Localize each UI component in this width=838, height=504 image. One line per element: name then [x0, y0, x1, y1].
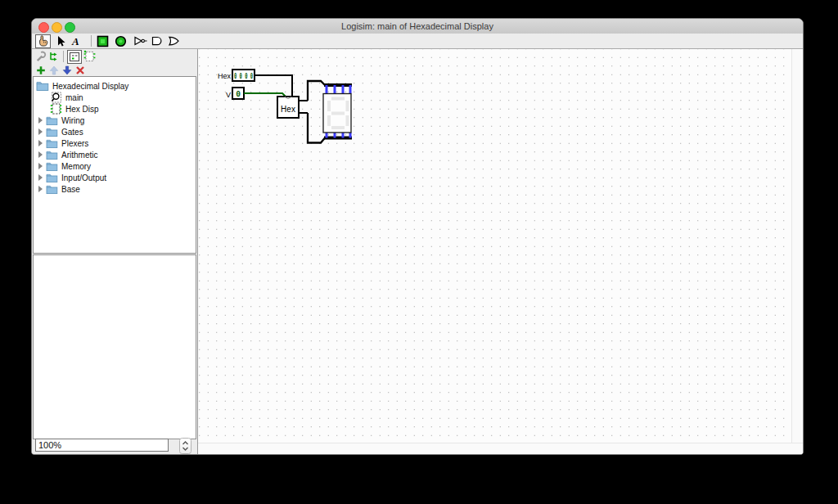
- titlebar[interactable]: Logisim: main of Hexadecimal Display: [32, 19, 803, 34]
- or-gate-tool-button[interactable]: [167, 34, 181, 48]
- desktop: { "window": { "title": "Logisim: main of…: [0, 0, 838, 504]
- tree-item-input-output[interactable]: Input/Output: [34, 172, 196, 183]
- tree-item-main[interactable]: main: [34, 92, 196, 103]
- folder-icon: [46, 115, 58, 126]
- logisim-window: Logisim: main of Hexadecimal Display A: [31, 18, 804, 455]
- edit-layout-button[interactable]: [67, 50, 82, 64]
- view-simulation-tree-button[interactable]: [47, 50, 60, 64]
- text-tool-icon: A: [71, 34, 83, 47]
- left-panel: Hexadecimal Display main Hex Disp: [32, 49, 198, 454]
- poke-tool-button[interactable]: [35, 34, 51, 48]
- v-pin-value[interactable]: 0: [236, 89, 241, 98]
- hex-pin-label: Hex: [218, 72, 232, 80]
- expander-icon[interactable]: [38, 140, 43, 146]
- splitter-bottom-trunk[interactable]: [308, 113, 325, 143]
- expander-icon[interactable]: [38, 163, 43, 169]
- expander-icon[interactable]: [38, 186, 43, 192]
- wrench-icon: [34, 50, 47, 63]
- simulation-tree-icon: [48, 50, 60, 63]
- tree-item-wiring[interactable]: Wiring: [34, 115, 196, 126]
- tree-item-label: Plexers: [61, 139, 88, 148]
- v-pin-label: V: [226, 91, 231, 99]
- expander-icon[interactable]: [38, 128, 43, 135]
- hex-pin-value[interactable]: 0 0 0 0: [234, 72, 253, 80]
- remove-circuit-button[interactable]: [75, 63, 85, 77]
- tree-item-label: Input/Output: [61, 173, 106, 182]
- tree-item-project[interactable]: Hexadecimal Display: [34, 80, 196, 92]
- expander-icon[interactable]: [38, 117, 43, 124]
- main-toolbar: A: [32, 34, 803, 49]
- tree-item-label: main: [65, 93, 83, 102]
- select-tool-button[interactable]: [54, 34, 67, 48]
- project-toolbar: [32, 49, 197, 64]
- segment-c: [346, 115, 349, 126]
- vertical-scrollbar[interactable]: [791, 49, 803, 444]
- zoom-control: [32, 437, 197, 454]
- folder-icon: [46, 184, 58, 195]
- tree-item-label: Gates: [61, 128, 83, 137]
- tree-item-base[interactable]: Base: [34, 183, 196, 195]
- folder-icon: [36, 80, 49, 92]
- seven-segment-display[interactable]: [323, 94, 351, 133]
- tree-item-gates[interactable]: Gates: [34, 126, 196, 137]
- tree-item-label: Wiring: [61, 116, 84, 125]
- output-pin-tool-button[interactable]: [114, 34, 127, 48]
- zoom-input[interactable]: [35, 439, 169, 452]
- folder-icon: [46, 173, 58, 183]
- input-pin-icon: [97, 35, 109, 47]
- stepper-chevrons-icon: [180, 439, 191, 453]
- edit-appearance-button[interactable]: [83, 50, 96, 64]
- tree-item-label: Arithmetic: [61, 151, 97, 160]
- segment-d: [331, 126, 345, 129]
- folder-icon: [46, 138, 58, 149]
- subcircuit-label: Hex: [281, 105, 295, 114]
- poke-hand-icon: [37, 34, 50, 47]
- explorer-tree: Hexadecimal Display main Hex Disp: [33, 76, 196, 254]
- attribute-table[interactable]: [33, 254, 196, 439]
- segment-e: [327, 115, 331, 126]
- text-tool-button[interactable]: A: [71, 34, 83, 48]
- magnifier-circuit-icon: [50, 92, 62, 103]
- tree-item-label: Base: [61, 185, 80, 194]
- folder-icon: [46, 150, 58, 160]
- folder-icon: [46, 161, 58, 172]
- appearance-view-icon: [83, 50, 96, 63]
- arrow-cursor-icon: [55, 34, 67, 47]
- tree-item-hex-disp[interactable]: Hex Disp: [34, 103, 196, 115]
- layout-view-icon: [68, 51, 81, 63]
- toolbar-separator: [63, 51, 64, 62]
- tree-item-plexers[interactable]: Plexers: [34, 137, 196, 149]
- plus-icon: [36, 65, 46, 75]
- tree-item-memory[interactable]: Memory: [34, 160, 196, 172]
- subcircuit-chip-icon: [50, 103, 62, 115]
- toolbox-toolbar: [32, 64, 197, 76]
- and-gate-icon: [151, 34, 163, 47]
- or-gate-icon: [168, 34, 181, 47]
- window-content: Hexadecimal Display main Hex Disp: [32, 49, 803, 454]
- svg-text:A: A: [71, 35, 79, 47]
- zoom-stepper[interactable]: [179, 438, 191, 454]
- move-circuit-down-button[interactable]: [62, 63, 72, 77]
- not-gate-tool-button[interactable]: [133, 34, 147, 48]
- add-circuit-button[interactable]: [36, 63, 46, 77]
- expander-icon[interactable]: [38, 174, 43, 181]
- segment-f: [327, 101, 331, 111]
- tree-item-label: Memory: [61, 162, 91, 171]
- arrow-up-icon: [49, 65, 59, 75]
- move-circuit-up-button[interactable]: [49, 63, 59, 77]
- circuit-canvas[interactable]: Hex 0 0 0 0 V 0 Hex: [198, 49, 803, 454]
- segment-a: [331, 97, 345, 101]
- splitter-top-trunk[interactable]: [308, 81, 325, 101]
- and-gate-tool-button[interactable]: [150, 34, 163, 48]
- circuit-drawing: Hex 0 0 0 0 V 0 Hex: [198, 49, 542, 213]
- tree-item-arithmetic[interactable]: Arithmetic: [34, 149, 196, 160]
- input-pin-tool-button[interactable]: [96, 34, 109, 48]
- horizontal-scrollbar[interactable]: [198, 443, 803, 454]
- red-x-icon: [75, 65, 85, 75]
- view-toolbox-button[interactable]: [34, 50, 47, 64]
- segment-b: [346, 101, 349, 111]
- window-title: Logisim: main of Hexadecimal Display: [32, 21, 803, 31]
- tree-item-label: Hexadecimal Display: [52, 82, 128, 91]
- output-pin-icon: [115, 35, 127, 47]
- expander-icon[interactable]: [38, 151, 43, 158]
